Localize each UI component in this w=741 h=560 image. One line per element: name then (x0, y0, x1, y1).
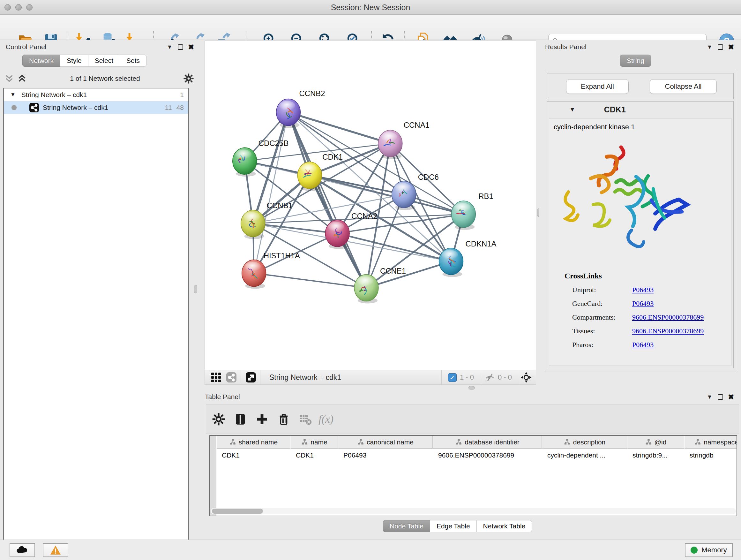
tab-network[interactable]: Network (22, 55, 60, 67)
crosslink-link[interactable]: 9606.ENSP00000378699 (632, 327, 704, 335)
window-title: Session: New Session (0, 3, 741, 12)
panel-close-icon[interactable]: ✖ (728, 394, 734, 400)
network-share-icon[interactable] (226, 372, 237, 383)
tab-network-table[interactable]: Network Table (477, 520, 532, 532)
panel-menu-icon[interactable]: ▼ (707, 394, 713, 400)
panel-float-icon[interactable] (718, 44, 723, 50)
network-node-CCNA1: CCNA1 (378, 121, 429, 159)
panel-menu-icon[interactable]: ▼ (167, 44, 173, 51)
network-node-CDKN1A: CDKN1A (439, 240, 496, 277)
crosslink-link[interactable]: P06493 (632, 341, 654, 349)
crosslink-label: GeneCard: (572, 300, 632, 308)
detach-view-icon[interactable] (246, 372, 256, 383)
memory-button[interactable]: Memory (685, 543, 733, 557)
network-edge (288, 112, 390, 144)
crosslink-row: Pharos:P06493 (549, 341, 731, 349)
tab-string[interactable]: String (620, 55, 651, 67)
crosslink-link[interactable]: 9606.ENSP00000378699 (632, 313, 704, 321)
column-header-databaseidentifier[interactable]: database identifier (433, 436, 542, 449)
table-cell[interactable]: stringdb:9... (630, 449, 684, 462)
collapse-all-icon[interactable] (4, 74, 14, 83)
protein-header-row[interactable]: ▼ CDK1 (547, 102, 733, 118)
protein-structure-image (556, 138, 705, 265)
protein-name: CDK1 (604, 105, 626, 114)
tab-select[interactable]: Select (88, 55, 120, 67)
tab-node-table[interactable]: Node Table (383, 520, 430, 532)
table-cell[interactable]: stringdb (688, 449, 737, 462)
tab-style[interactable]: Style (60, 55, 88, 67)
node-label-CDC6: CDC6 (418, 173, 439, 181)
crosslink-label: Compartments: (572, 313, 632, 321)
tab-edge-table[interactable]: Edge Table (430, 520, 477, 532)
results-panel-title: Results Panel (545, 43, 587, 51)
collection-expander-icon[interactable]: ▼ (10, 91, 16, 98)
node-label-CCNE1: CCNE1 (380, 266, 406, 275)
network-canvas[interactable]: CCNB2CCNA1CDC25BCDK1CDC6RB1CCNB1CCNA2CDK… (205, 41, 536, 370)
node-label-CCNB2: CCNB2 (299, 89, 325, 98)
column-header-namespace[interactable]: namespace (684, 436, 737, 449)
crosslinks-section: CrossLinks Uniprot:P06493GeneCard:P06493… (549, 272, 731, 349)
expand-all-button[interactable]: Expand All (566, 79, 629, 94)
node-label-CCNB1: CCNB1 (267, 201, 293, 210)
function-builder-icon: f(x) (319, 413, 333, 425)
status-bar: Memory (0, 540, 741, 560)
cloud-icon (16, 545, 29, 555)
panel-float-icon[interactable] (718, 394, 723, 400)
panel-float-icon[interactable] (178, 44, 183, 50)
collapse-all-button[interactable]: Collapse All (650, 79, 717, 94)
network-edge (254, 112, 288, 273)
column-header-canonicalname[interactable]: canonical name (338, 436, 433, 449)
warnings-button[interactable] (43, 543, 68, 557)
birdseye-crosshair-icon[interactable] (521, 372, 532, 383)
tab-sets[interactable]: Sets (120, 55, 146, 67)
selected-checkbox-icon[interactable]: ✓ (448, 373, 457, 382)
network-node-CCNE1: CCNE1 (354, 266, 406, 304)
collapse-protein-icon[interactable]: ▼ (569, 106, 576, 113)
network-nodes[interactable]: CCNB2CCNA1CDC25BCDK1CDC6RB1CCNB1CCNA2CDK… (232, 89, 496, 304)
control-panel-title: Control Panel (6, 43, 46, 51)
hidden-eye-icon[interactable] (485, 373, 495, 382)
window-titlebar: Session: New Session (0, 0, 741, 15)
table-cell[interactable]: CDK1 (220, 449, 290, 462)
table-cell[interactable]: P06493 (341, 449, 432, 462)
column-header-description[interactable]: description (542, 436, 627, 449)
network-edges (245, 112, 464, 288)
memory-status-dot (690, 547, 697, 554)
table-cell[interactable]: cyclin-dependent ... (545, 449, 626, 462)
crosslinks-title: CrossLinks (564, 272, 731, 280)
gear-icon[interactable] (183, 73, 194, 84)
grid-view-icon[interactable] (211, 372, 221, 383)
crosslink-row: Uniprot:P06493 (549, 286, 731, 294)
show-columns-icon[interactable] (233, 413, 247, 426)
table-cell[interactable]: CDK1 (294, 449, 337, 462)
panel-close-icon[interactable]: ✖ (188, 44, 194, 50)
table-cell[interactable]: 9606.ENSP00000378699 (436, 449, 541, 462)
node-label-HIST1H1A: HIST1H1A (264, 251, 300, 260)
left-splitter-handle[interactable] (194, 285, 197, 294)
crosslink-link[interactable]: P06493 (632, 300, 654, 308)
horizontal-splitter-handle[interactable] (468, 386, 475, 389)
network-node-CDC6: CDC6 (392, 173, 439, 210)
panel-close-icon[interactable]: ✖ (728, 44, 734, 50)
crosslink-row: Compartments:9606.ENSP00000378699 (549, 313, 731, 321)
expand-all-icon[interactable] (17, 74, 27, 83)
network-selection-summary: 1 of 1 Network selected (27, 75, 183, 82)
delete-table-icon-disabled (299, 413, 310, 426)
protein-result-card: ▼ CDK1 cyclin-dependent kinase 1 (547, 101, 734, 368)
column-header-id[interactable]: @id (627, 436, 684, 449)
network-view-toolbar: String Network – cdk1 ✓ 1 - 0 0 - 0 (205, 370, 536, 385)
column-header-sharedname[interactable]: shared name (217, 436, 290, 449)
column-header-name[interactable]: name (291, 436, 338, 449)
add-column-icon[interactable] (255, 413, 269, 426)
delete-column-trash-icon[interactable] (277, 413, 290, 426)
table-settings-gear-icon[interactable] (212, 413, 225, 426)
table-horizontal-scrollbar[interactable] (211, 508, 736, 514)
network-collection-row[interactable]: ▼ String Network – cdk1 1 (4, 88, 188, 101)
node-table[interactable]: shared nameCDK1nameCDK1canonical nameP06… (209, 435, 737, 516)
cloud-status-button[interactable] (10, 543, 35, 557)
crosslink-link[interactable]: P06493 (632, 286, 654, 294)
network-row[interactable]: String Network – cdk1 11 48 (4, 101, 188, 114)
panel-menu-icon[interactable]: ▼ (707, 44, 713, 51)
memory-label: Memory (701, 546, 727, 554)
node-label-CCNA1: CCNA1 (404, 121, 429, 129)
